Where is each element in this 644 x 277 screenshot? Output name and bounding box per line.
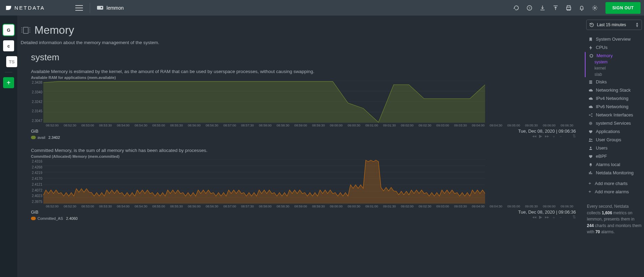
space-button-g[interactable]: G (3, 24, 14, 35)
chart-legend[interactable]: Committed_AS 2.4060 (31, 216, 78, 220)
space-button-c[interactable]: c (3, 40, 14, 51)
nav-item-network-interfaces[interactable]: Network Interfaces (587, 111, 642, 119)
host-icon (97, 6, 103, 10)
cloud-icon (588, 104, 593, 109)
chart-toolbar: ◂◂ ▶ ▸▸ ＋ － ⇅ (532, 134, 576, 140)
menu-toggle-button[interactable] (75, 4, 83, 12)
chart-canvas[interactable] (43, 81, 485, 123)
add-charts-link[interactable]: ＋ Add more charts (587, 179, 642, 187)
chart-legend[interactable]: avail 2.3402 (31, 135, 60, 140)
rail-divider (5, 72, 12, 72)
chart-timestamp: Tue, Dec 08, 2020 | 09:06:36 (518, 129, 576, 134)
brand-name: NETDATA (14, 5, 45, 11)
subnav-item-kernel[interactable]: kernel (594, 65, 642, 71)
space-rail: G c TS + (0, 16, 17, 277)
zoomin-icon[interactable]: ＋ (552, 215, 556, 220)
subnav-item-system[interactable]: system (594, 59, 642, 65)
legend-name: Committed_AS (37, 216, 63, 220)
subnav-item-slab[interactable]: slab (594, 72, 642, 77)
zoomout-icon[interactable]: － (559, 134, 563, 140)
plus-icon: ＋ (588, 188, 592, 195)
nav-item-system-overview[interactable]: System Overview (587, 35, 642, 43)
fastforward-icon[interactable]: ▸▸ (545, 134, 549, 140)
y-axis-labels: 2.34382.33402.32422.31452.3047 (31, 81, 43, 123)
host-selector[interactable]: lemmon (97, 5, 124, 11)
timerange-label: Last 15 minutes (597, 22, 626, 27)
chart-desc: Committed Memory, is the sum of all memo… (31, 148, 576, 153)
nav-item-users[interactable]: Users (587, 144, 642, 152)
nav-item-networking-stack[interactable]: Networking Stack (587, 86, 642, 94)
dropdown-arrows-icon: ▲▼ (635, 22, 639, 28)
svg-point-20 (590, 122, 591, 124)
space-button-ts[interactable]: TS (6, 56, 17, 67)
page-title: Memory (34, 24, 74, 37)
brand-logo[interactable]: NETDATA (6, 5, 45, 11)
netdata-logo-icon (6, 5, 12, 11)
header-actions: ? (513, 5, 598, 11)
resize-icon[interactable]: ⇅ (572, 215, 576, 220)
resize-icon[interactable]: ⇅ (572, 134, 576, 140)
zoomout-icon[interactable]: － (559, 215, 563, 220)
heart-icon (588, 154, 593, 159)
chart-timestamp: Tue, Dec 08, 2020 | 09:06:36 (518, 209, 576, 215)
legend-swatch (31, 217, 36, 220)
section-heading: system (31, 52, 586, 63)
svg-point-21 (589, 138, 591, 140)
svg-point-17 (589, 114, 590, 115)
svg-point-23 (590, 146, 591, 148)
plus-icon: ＋ (588, 180, 592, 186)
cloud-icon (588, 96, 593, 101)
svg-point-18 (591, 113, 592, 114)
play-icon[interactable]: ▶ (539, 215, 542, 220)
chart-committed-memory: Committed Memory, is the sum of all memo… (31, 148, 586, 220)
chart-toolbar: ◂◂ ▶ ▸▸ ＋ － ⇅ (532, 215, 576, 220)
app-header: NETDATA lemmon ? SIGN OUT (0, 0, 644, 16)
fastforward-icon[interactable]: ▸▸ (545, 215, 549, 220)
rewind-icon[interactable]: ◂◂ (532, 215, 536, 220)
add-space-button[interactable]: + (3, 77, 14, 88)
bolt-icon (588, 45, 593, 50)
nav-item-ipv6-networking[interactable]: IPv6 Networking (587, 103, 642, 110)
bell-icon[interactable] (579, 5, 585, 11)
timerange-picker[interactable]: Last 15 minutes ▲▼ (586, 20, 642, 30)
gears-icon (588, 121, 593, 126)
refresh-icon[interactable] (513, 5, 519, 11)
chart-title: Available RAM for applications (mem.avai… (31, 75, 576, 80)
x-axis-labels: 08:52:0008:52:3008:53:0008:53:3008:54:00… (43, 123, 576, 127)
nav-item-netdata-monitoring[interactable]: Netdata Monitoring (587, 169, 642, 176)
legend-swatch (31, 136, 36, 139)
bookmark-icon (588, 37, 593, 42)
zoomin-icon[interactable]: ＋ (552, 134, 556, 140)
nav-item-user-groups[interactable]: User Groups (587, 136, 642, 143)
settings-icon[interactable] (592, 5, 598, 11)
section-nav: System OverviewCPUsMemorysystemkernelsla… (587, 35, 642, 176)
divider (90, 3, 90, 13)
rewind-icon[interactable]: ◂◂ (532, 134, 536, 140)
nav-item-applications[interactable]: Applications (587, 128, 642, 135)
nav-item-alarms-local[interactable]: Alarms local (587, 161, 642, 168)
print-icon[interactable] (566, 5, 572, 11)
signout-button[interactable]: SIGN OUT (605, 2, 641, 14)
help-icon[interactable]: ? (526, 5, 533, 11)
stats-info: Every second, Netdata collects 1,606 met… (587, 203, 642, 235)
nav-item-disks[interactable]: Disks (587, 78, 642, 85)
memory-chip-icon (21, 25, 30, 35)
chart-canvas[interactable] (43, 160, 485, 204)
y-axis-labels: 2.43162.42682.42192.41702.41212.40722.40… (31, 160, 43, 204)
nav-item-memory[interactable]: Memory (588, 52, 642, 59)
play-icon[interactable]: ▶ (539, 134, 542, 140)
cloud-icon (588, 88, 593, 93)
legend-name: avail (37, 135, 45, 140)
nav-item-cpus[interactable]: CPUs (587, 44, 642, 51)
nav-item-ebpf[interactable]: eBPF (587, 153, 642, 160)
upload-icon[interactable] (552, 5, 559, 11)
nav-item-ipv4-networking[interactable]: IPv4 Networking (587, 95, 642, 102)
add-alarms-link[interactable]: ＋ Add more alarms (587, 187, 642, 196)
nav-item-systemd-services[interactable]: systemd Services (587, 120, 642, 127)
download-icon[interactable] (539, 5, 546, 11)
chip-icon (589, 53, 594, 58)
legend-value: 2.3402 (49, 135, 60, 140)
chart-desc: Available Memory is estimated by the ker… (31, 69, 576, 74)
page-subtitle: Detailed information about the memory ma… (21, 40, 586, 45)
svg-point-19 (591, 116, 592, 117)
